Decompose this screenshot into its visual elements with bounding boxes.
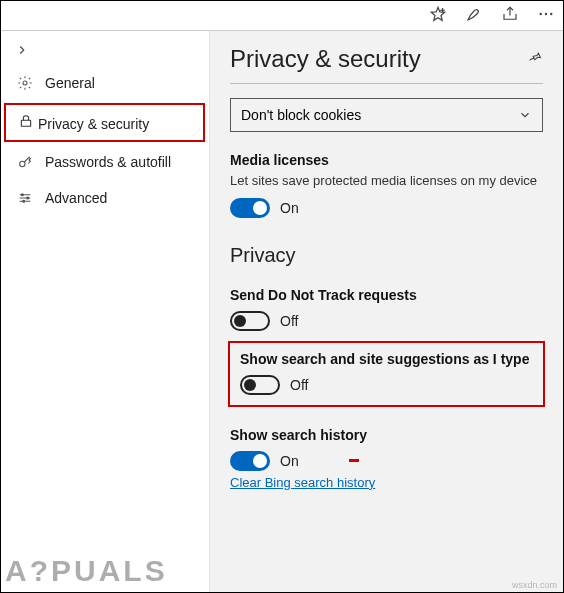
dnt-toggle[interactable] (230, 311, 270, 331)
svg-point-2 (540, 12, 542, 14)
settings-panel: Privacy & security Don't block cookies M… (210, 31, 563, 592)
svg-point-4 (550, 12, 552, 14)
media-licenses-toggle[interactable] (230, 198, 270, 218)
sidebar-item-privacy-security[interactable]: Privacy & security (4, 103, 205, 142)
sidebar-item-label: General (45, 75, 95, 91)
share-icon[interactable] (501, 5, 519, 27)
dropdown-value: Don't block cookies (241, 107, 361, 123)
sidebar-item-advanced[interactable]: Advanced (1, 180, 209, 216)
media-licenses-desc: Let sites save protected media licenses … (230, 172, 543, 190)
red-dash-marker (349, 459, 359, 462)
lock-icon (18, 113, 34, 129)
toggle-state-label: On (280, 453, 299, 469)
browser-toolbar (1, 1, 563, 31)
svg-point-9 (27, 197, 29, 199)
svg-point-5 (23, 81, 27, 85)
pen-icon[interactable] (465, 5, 483, 27)
toggle-state-label: On (280, 200, 299, 216)
svg-rect-6 (21, 120, 30, 126)
sidebar-item-label: Advanced (45, 190, 107, 206)
page-title: Privacy & security (230, 45, 421, 73)
sidebar-item-label: Privacy & security (38, 116, 149, 132)
media-licenses-heading: Media licenses (230, 152, 543, 168)
sidebar-item-label: Passwords & autofill (45, 154, 171, 170)
toggle-state-label: Off (280, 313, 298, 329)
collapse-chevron[interactable] (1, 37, 209, 65)
suggestions-heading: Show search and site suggestions as I ty… (240, 351, 533, 367)
favorites-icon[interactable] (429, 5, 447, 27)
svg-point-8 (21, 194, 23, 196)
chevron-down-icon (518, 108, 532, 122)
svg-point-10 (23, 200, 25, 202)
search-history-heading: Show search history (230, 427, 543, 443)
settings-sidebar: General Privacy & security Passwords & a… (1, 31, 210, 592)
highlight-suggestions: Show search and site suggestions as I ty… (228, 341, 545, 407)
gear-icon (17, 75, 33, 91)
more-icon[interactable] (537, 5, 555, 27)
advanced-icon (17, 190, 33, 206)
sidebar-item-passwords-autofill[interactable]: Passwords & autofill (1, 144, 209, 180)
suggestions-toggle[interactable] (240, 375, 280, 395)
cookies-dropdown[interactable]: Don't block cookies (230, 98, 543, 132)
pin-icon[interactable] (527, 49, 543, 69)
dnt-heading: Send Do Not Track requests (230, 287, 543, 303)
toggle-state-label: Off (290, 377, 308, 393)
key-icon (17, 154, 33, 170)
sidebar-item-general[interactable]: General (1, 65, 209, 101)
privacy-heading: Privacy (230, 244, 543, 267)
clear-bing-history-link[interactable]: Clear Bing search history (230, 475, 375, 490)
divider (230, 83, 543, 84)
search-history-toggle[interactable] (230, 451, 270, 471)
svg-point-3 (545, 12, 547, 14)
svg-point-7 (20, 161, 25, 166)
